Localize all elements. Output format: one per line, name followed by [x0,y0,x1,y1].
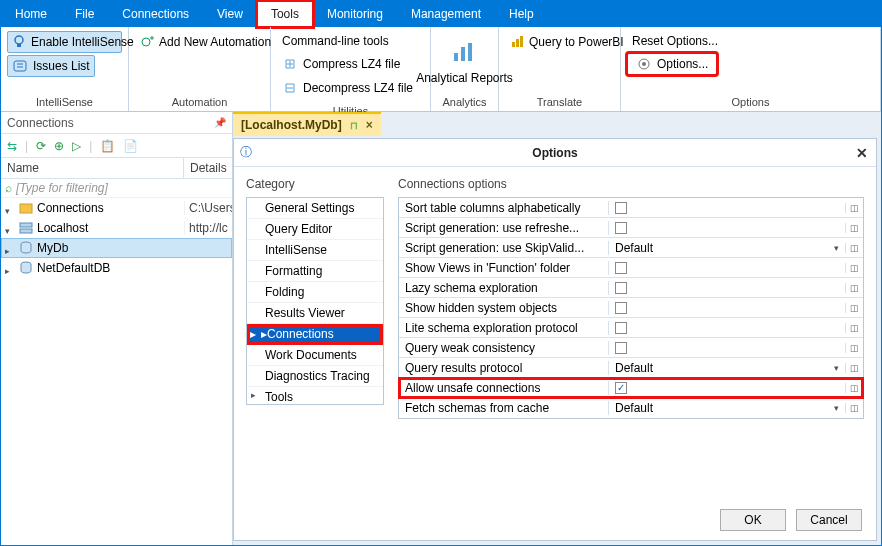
tab-close-icon[interactable]: × [366,118,373,132]
panel-header: Connections 📌 [1,112,232,134]
options-section-label: Connections options [398,177,864,191]
menu-home[interactable]: Home [1,1,61,27]
opt-lazy-schema[interactable]: Lazy schema exploration◫ [399,278,863,298]
opt-script-refresh[interactable]: Script generation: use refreshe...◫ [399,218,863,238]
db-play-icon[interactable]: ▷ [72,139,81,153]
svg-rect-11 [512,42,515,47]
cat-results-viewer[interactable]: Results Viewer [247,303,383,324]
svg-rect-10 [468,43,472,61]
cat-folding[interactable]: Folding [247,282,383,303]
checkbox-icon[interactable] [615,202,627,214]
tree-netdefault-label: NetDefaultDB [37,261,110,275]
filter-row[interactable]: ⌕ [Type for filtering] [1,179,232,198]
group-intellisense-label: IntelliSense [1,94,128,111]
cmdline-label: Command-line tools [282,34,389,48]
svg-point-0 [15,36,23,44]
svg-rect-13 [520,36,523,47]
options-dialog: ⓘ Options ✕ Category General Settings Qu… [233,138,877,541]
bulb-icon [12,34,26,50]
menu-monitoring[interactable]: Monitoring [313,1,397,27]
add-automation-button[interactable]: Add New Automation [135,31,264,53]
pin-icon[interactable]: 📌 [214,117,226,128]
svg-rect-18 [20,229,32,233]
opt-show-hidden[interactable]: Show hidden system objects◫ [399,298,863,318]
ok-button[interactable]: OK [720,509,786,531]
tree-mydb[interactable]: MyDb [1,238,232,258]
paste-icon[interactable]: 📄 [123,139,138,153]
tree-localhost[interactable]: Localhost http://lc [1,218,232,238]
svg-rect-2 [14,61,26,71]
issues-icon [12,58,28,74]
cat-formatting[interactable]: Formatting [247,261,383,282]
reset-options-button[interactable]: Reset Options... [627,31,874,51]
checkbox-icon[interactable] [615,302,627,314]
menu-tools[interactable]: Tools [257,1,313,27]
cmdline-tools-button[interactable]: Command-line tools [277,31,424,51]
checkbox-icon[interactable] [615,342,627,354]
filter-icon: ⌕ [5,181,12,195]
menu-file[interactable]: File [61,1,108,27]
issues-list-button[interactable]: Issues List [7,55,95,77]
cat-tools[interactable]: Tools [247,387,273,397]
menu-connections[interactable]: Connections [108,1,203,27]
tab-pin-icon[interactable]: ⊓ [350,120,358,131]
menu-management[interactable]: Management [397,1,495,27]
db-add-icon[interactable]: ⊕ [54,139,64,153]
powerbi-icon [510,34,524,50]
chevron-down-icon[interactable]: ▾ [834,243,839,253]
group-translate-label: Translate [499,94,620,111]
enable-intellisense-button[interactable]: Enable IntelliSense [7,31,122,53]
svg-rect-17 [20,223,32,227]
gear-plus-icon [140,34,154,50]
dialog-close-button[interactable]: ✕ [856,145,868,161]
tree-root[interactable]: Connections C:\Users [1,198,232,218]
svg-rect-16 [20,204,32,213]
cat-intellisense[interactable]: IntelliSense [247,240,383,261]
opt-value: Default [615,241,653,255]
opt-lite-schema[interactable]: Lite schema exploration protocol◫ [399,318,863,338]
connections-panel: Connections 📌 ⇆ | ⟳ ⊕ ▷ | 📋 📄 Name Detai… [1,112,233,545]
query-powerbi-button[interactable]: Query to PowerBI [505,31,614,53]
opt-script-skipvalid[interactable]: Script generation: use SkipValid...Defau… [399,238,863,258]
menu-help[interactable]: Help [495,1,548,27]
menu-view[interactable]: View [203,1,257,27]
tree-mydb-label: MyDb [37,241,68,255]
cat-diag-tracing[interactable]: Diagnostics Tracing [247,366,383,387]
refresh-icon[interactable]: ⟳ [36,139,46,153]
group-analytics-label: Analytics [431,94,498,111]
opt-results-protocol[interactable]: Query results protocolDefault▾◫ [399,358,863,378]
svg-point-5 [142,38,150,46]
info-icon[interactable]: ⓘ [240,144,252,161]
options-button[interactable]: Options... [627,53,717,75]
cancel-button[interactable]: Cancel [796,509,862,531]
checkbox-icon[interactable] [615,262,627,274]
opt-name: Lazy schema exploration [399,281,609,295]
decompress-lz4-button[interactable]: Decompress LZ4 file [277,77,424,99]
tree-netdefault[interactable]: NetDefaultDB [1,258,232,278]
tab-localhost-mydb[interactable]: [Localhost.MyDb] ⊓ × [233,112,381,136]
col-details[interactable]: Details [184,158,232,178]
cat-connections[interactable]: ▸Connections [247,324,383,345]
svg-rect-8 [454,53,458,61]
opt-fetch-cache[interactable]: Fetch schemas from cacheDefault▾◫ [399,398,863,418]
checkbox-icon[interactable] [615,222,627,234]
ribbon: Enable IntelliSense Issues List IntelliS… [1,27,881,112]
opt-show-views[interactable]: Show Views in 'Function' folder◫ [399,258,863,278]
tool-icon[interactable]: ⇆ [7,139,17,153]
cat-query-editor[interactable]: Query Editor [247,219,383,240]
opt-weak-consistency[interactable]: Query weak consistency◫ [399,338,863,358]
cat-work-documents[interactable]: Work Documents [247,345,383,366]
chevron-down-icon[interactable]: ▾ [834,363,839,373]
cat-general[interactable]: General Settings [247,198,383,219]
col-name[interactable]: Name [1,158,184,178]
checkbox-icon[interactable] [615,382,627,394]
clipboard-icon[interactable]: 📋 [100,139,115,153]
opt-sort-columns[interactable]: Sort table columns alphabetically◫ [399,198,863,218]
chevron-down-icon[interactable]: ▾ [834,403,839,413]
checkbox-icon[interactable] [615,322,627,334]
compress-lz4-button[interactable]: Compress LZ4 file [277,53,424,75]
cat-connections-label: Connections [267,327,334,341]
opt-allow-unsafe[interactable]: Allow unsafe connections◫ [399,378,863,398]
checkbox-icon[interactable] [615,282,627,294]
issues-list-label: Issues List [33,59,90,73]
